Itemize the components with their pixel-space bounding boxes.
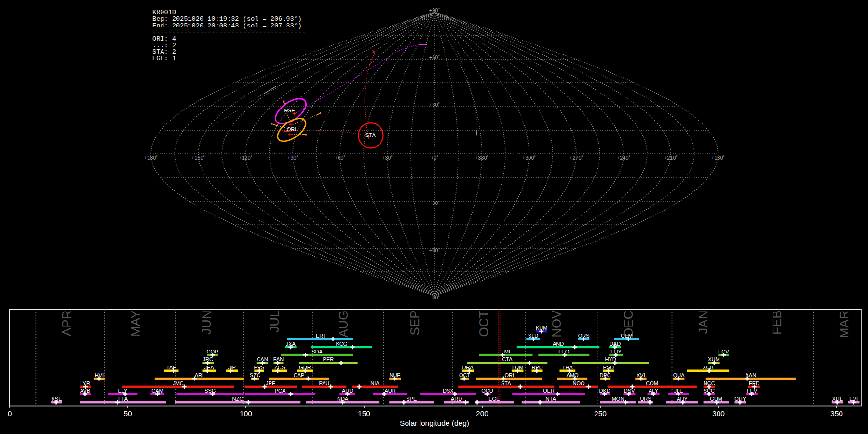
svg-text:SDA: SDA — [312, 349, 323, 354]
svg-text:APR: APR — [59, 311, 74, 336]
svg-text:LUM: LUM — [512, 365, 523, 370]
svg-text:AUR: AUR — [384, 388, 395, 393]
svg-text:LEO: LEO — [558, 349, 569, 354]
svg-text:AUD: AUD — [342, 388, 353, 393]
svg-text:NDA: NDA — [337, 396, 349, 402]
svg-text:STA: STA — [501, 380, 511, 386]
svg-text:PSU: PSU — [603, 365, 614, 370]
svg-text:GEM: GEM — [621, 333, 633, 339]
svg-text:AAN: AAN — [745, 372, 756, 378]
svg-text:COR: COR — [207, 349, 219, 354]
svg-text:+60˚: +60˚ — [335, 155, 345, 161]
svg-text:−60˚: −60˚ — [429, 247, 440, 253]
svg-text:200: 200 — [476, 409, 488, 418]
svg-text:ORI: ORI — [287, 126, 297, 132]
svg-text:100: 100 — [240, 409, 252, 418]
svg-text:+270˚: +270˚ — [570, 155, 583, 161]
svg-text:DSV: DSV — [624, 388, 635, 393]
svg-text:HVI: HVI — [95, 372, 104, 378]
svg-text:XVI: XVI — [637, 372, 645, 378]
svg-text:SEP: SEP — [407, 311, 422, 336]
svg-text:PER: PER — [323, 356, 334, 362]
svg-text:150: 150 — [358, 409, 370, 418]
svg-text:STA: STA — [366, 132, 376, 138]
svg-text:SCC: SCC — [704, 388, 715, 393]
svg-text:MON: MON — [612, 396, 624, 402]
svg-text:+30˚: +30˚ — [382, 155, 393, 161]
svg-text:EVI: EVI — [849, 396, 858, 402]
svg-text:SLD: SLD — [528, 333, 538, 339]
svg-text:+30˚: +30˚ — [429, 102, 440, 108]
svg-text:ECV: ECV — [718, 349, 729, 354]
svg-text:+0˚: +0˚ — [431, 155, 438, 161]
svg-text:XHE: XHE — [832, 396, 843, 402]
svg-text:CTA: CTA — [502, 356, 513, 362]
svg-text:DSX: DSX — [443, 388, 454, 393]
svg-text:0: 0 — [8, 409, 12, 418]
svg-text:GDR: GDR — [299, 365, 311, 370]
svg-text:300: 300 — [712, 409, 725, 418]
svg-text:PCA: PCA — [275, 388, 286, 393]
svg-text:NOV: NOV — [549, 310, 564, 338]
svg-text:JEA: JEA — [204, 365, 214, 370]
svg-text:JUL: JUL — [267, 311, 282, 333]
svg-text:+180˚: +180˚ — [711, 155, 725, 161]
svg-text:JXA: JXA — [286, 341, 296, 347]
svg-text:SZC: SZC — [250, 372, 260, 378]
svg-text:DKD: DKD — [599, 388, 610, 393]
svg-text:FEV: FEV — [747, 388, 758, 393]
svg-text:FED: FED — [749, 380, 760, 386]
svg-text:ERI: ERI — [316, 333, 325, 339]
svg-text:MAY: MAY — [128, 311, 143, 337]
svg-text:DAD: DAD — [610, 341, 621, 347]
svg-text:+150˚: +150˚ — [191, 155, 205, 161]
svg-text:+90˚: +90˚ — [287, 155, 298, 161]
svg-text:+300˚: +300˚ — [522, 155, 536, 161]
svg-text:+60˚: +60˚ — [429, 54, 440, 60]
svg-text:XUM: XUM — [708, 356, 719, 362]
svg-text:HYD: HYD — [605, 356, 616, 362]
svg-text:EGE: EGE — [284, 108, 295, 113]
svg-text:QUA: QUA — [673, 372, 685, 378]
svg-text:AUG: AUG — [336, 311, 351, 338]
svg-text:OCT: OCT — [476, 310, 491, 337]
svg-text:NUE: NUE — [389, 372, 400, 378]
svg-text:SSG: SSG — [204, 388, 216, 393]
svg-text:MAR: MAR — [837, 311, 851, 339]
svg-text:−90˚: −90˚ — [429, 295, 440, 300]
svg-text:DRA: DRA — [462, 365, 474, 370]
svg-text:ARI: ARI — [195, 372, 203, 378]
svg-text:OHY: OHY — [734, 396, 746, 402]
svg-text:Solar longitude (deg): Solar longitude (deg) — [400, 419, 469, 427]
svg-text:+240˚: +240˚ — [617, 155, 630, 161]
svg-text:−30˚: −30˚ — [429, 200, 440, 206]
svg-text:AND: AND — [553, 341, 564, 347]
svg-text:GUM: GUM — [710, 396, 722, 402]
svg-text:CAM: CAM — [151, 388, 163, 393]
svg-text:XCB: XCB — [703, 365, 714, 370]
svg-text:JMC: JMC — [173, 380, 184, 386]
svg-text:OCU: OCU — [481, 388, 493, 393]
svg-text:NCC: NCC — [704, 380, 715, 386]
svg-text:JRC: JRC — [203, 356, 213, 362]
svg-text:+90˚: +90˚ — [429, 7, 440, 13]
svg-text:COM: COM — [646, 380, 658, 386]
svg-text:PAU: PAU — [319, 380, 329, 386]
svg-text:FAN: FAN — [273, 356, 284, 362]
svg-text:+120˚: +120˚ — [239, 155, 252, 161]
svg-text:JPE: JPE — [266, 380, 275, 386]
svg-text:ALY: ALY — [649, 388, 659, 393]
svg-text:CAP: CAP — [294, 372, 305, 378]
svg-text:350: 350 — [830, 409, 843, 418]
svg-text:LYR: LYR — [80, 380, 90, 386]
svg-text:AVB: AVB — [80, 388, 90, 393]
svg-text:EHY: EHY — [610, 349, 622, 354]
svg-text:+180˚: +180˚ — [144, 155, 158, 161]
svg-text:NTA: NTA — [546, 396, 556, 402]
svg-text:JUN: JUN — [199, 311, 214, 335]
svg-text:ZCS: ZCS — [274, 365, 285, 370]
svg-text:SPE: SPE — [406, 396, 417, 402]
svg-text:+210˚: +210˚ — [664, 155, 678, 161]
svg-text:NIA: NIA — [370, 380, 380, 386]
svg-text:AHY: AHY — [677, 396, 688, 402]
